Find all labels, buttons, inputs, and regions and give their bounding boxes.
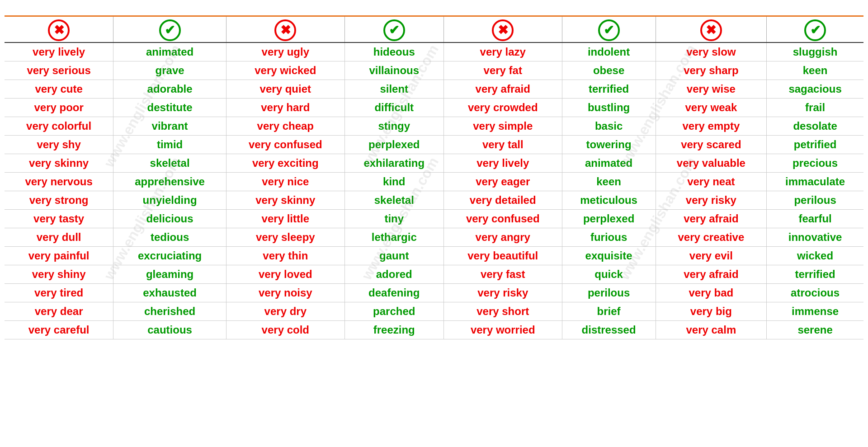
cell-r7-c3: kind <box>344 173 443 191</box>
cell-r13-c6: very bad <box>656 284 767 302</box>
cell-r8-c6: very risky <box>656 191 767 210</box>
cell-r15-c7: serene <box>767 321 863 339</box>
check-icon: ✔ <box>383 19 405 41</box>
cell-r6-c3: exhilarating <box>344 154 443 173</box>
cell-r12-c1: gleaming <box>113 265 226 284</box>
cell-r12-c5: quick <box>562 265 656 284</box>
table-row: very livelyanimatedvery uglyhideousvery … <box>5 42 863 61</box>
cell-r4-c2: very cheap <box>226 117 344 136</box>
header-col-2: ✖ <box>226 17 344 42</box>
cell-r7-c1: apprehensive <box>113 173 226 191</box>
cell-r12-c0: very shiny <box>5 265 113 284</box>
cell-r15-c1: cautious <box>113 321 226 339</box>
header-col-1: ✔ <box>113 17 226 42</box>
cell-r9-c6: very afraid <box>656 210 767 228</box>
header-col-7: ✔ <box>767 17 863 42</box>
cell-r2-c1: adorable <box>113 80 226 99</box>
cell-r13-c7: atrocious <box>767 284 863 302</box>
cell-r5-c4: very tall <box>443 136 562 154</box>
cell-r1-c1: grave <box>113 61 226 80</box>
cell-r13-c4: very risky <box>443 284 562 302</box>
cell-r6-c6: very valuable <box>656 154 767 173</box>
cell-r0-c1: animated <box>113 42 226 61</box>
check-icon: ✔ <box>598 19 620 41</box>
cell-r6-c2: very exciting <box>226 154 344 173</box>
cell-r1-c6: very sharp <box>656 61 767 80</box>
cell-r3-c0: very poor <box>5 99 113 117</box>
header-col-6: ✖ <box>656 17 767 42</box>
cell-r5-c5: towering <box>562 136 656 154</box>
cell-r4-c1: vibrant <box>113 117 226 136</box>
cell-r4-c6: very empty <box>656 117 767 136</box>
cell-r13-c0: very tired <box>5 284 113 302</box>
cell-r4-c3: stingy <box>344 117 443 136</box>
table-row: very seriousgravevery wickedvillainousve… <box>5 61 863 80</box>
cell-r11-c5: exquisite <box>562 247 656 265</box>
x-icon: ✖ <box>48 19 70 41</box>
table-row: very shytimidvery confusedperplexedvery … <box>5 136 863 154</box>
cell-r3-c1: destitute <box>113 99 226 117</box>
cell-r4-c7: desolate <box>767 117 863 136</box>
x-icon: ✖ <box>492 19 514 41</box>
cell-r7-c0: very nervous <box>5 173 113 191</box>
cell-r10-c0: very dull <box>5 228 113 247</box>
cell-r8-c4: very detailed <box>443 191 562 210</box>
cell-r10-c5: furious <box>562 228 656 247</box>
cell-r2-c6: very wise <box>656 80 767 99</box>
cell-r3-c3: difficult <box>344 99 443 117</box>
table-row: very colorfulvibrantvery cheapstingyvery… <box>5 117 863 136</box>
cell-r11-c2: very thin <box>226 247 344 265</box>
cell-r0-c4: very lazy <box>443 42 562 61</box>
cell-r11-c4: very beautiful <box>443 247 562 265</box>
table-row: very skinnyskeletalvery excitingexhilara… <box>5 154 863 173</box>
cell-r5-c6: very scared <box>656 136 767 154</box>
cell-r3-c2: very hard <box>226 99 344 117</box>
cell-r0-c2: very ugly <box>226 42 344 61</box>
cell-r10-c2: very sleepy <box>226 228 344 247</box>
cell-r5-c3: perplexed <box>344 136 443 154</box>
cell-r14-c0: very dear <box>5 302 113 321</box>
cell-r4-c5: basic <box>562 117 656 136</box>
cell-r6-c5: animated <box>562 154 656 173</box>
cell-r1-c5: obese <box>562 61 656 80</box>
main-table: ✖✔✖✔✖✔✖✔ very livelyanimatedvery uglyhid… <box>5 17 863 339</box>
cell-r8-c2: very skinny <box>226 191 344 210</box>
cell-r9-c0: very tasty <box>5 210 113 228</box>
table-row: very poordestitutevery harddifficultvery… <box>5 99 863 117</box>
cell-r14-c7: immense <box>767 302 863 321</box>
cell-r3-c4: very crowded <box>443 99 562 117</box>
cell-r9-c2: very little <box>226 210 344 228</box>
cell-r15-c0: very careful <box>5 321 113 339</box>
cell-r12-c7: terrified <box>767 265 863 284</box>
cell-r11-c7: wicked <box>767 247 863 265</box>
cell-r7-c4: very eager <box>443 173 562 191</box>
cell-r5-c2: very confused <box>226 136 344 154</box>
cell-r9-c4: very confused <box>443 210 562 228</box>
cell-r14-c3: parched <box>344 302 443 321</box>
header-col-5: ✔ <box>562 17 656 42</box>
cell-r15-c4: very worried <box>443 321 562 339</box>
cell-r6-c1: skeletal <box>113 154 226 173</box>
cell-r12-c6: very afraid <box>656 265 767 284</box>
table-row: very strongunyieldingvery skinnyskeletal… <box>5 191 863 210</box>
cell-r9-c3: tiny <box>344 210 443 228</box>
cell-r1-c7: keen <box>767 61 863 80</box>
table-row: very shinygleamingvery lovedadoredvery f… <box>5 265 863 284</box>
cell-r2-c7: sagacious <box>767 80 863 99</box>
cell-r15-c2: very cold <box>226 321 344 339</box>
cell-r15-c6: very calm <box>656 321 767 339</box>
cell-r9-c7: fearful <box>767 210 863 228</box>
header-col-4: ✖ <box>443 17 562 42</box>
cell-r2-c4: very afraid <box>443 80 562 99</box>
header-col-3: ✔ <box>344 17 443 42</box>
cell-r2-c3: silent <box>344 80 443 99</box>
cell-r0-c0: very lively <box>5 42 113 61</box>
cell-r11-c1: excruciating <box>113 247 226 265</box>
cell-r4-c4: very simple <box>443 117 562 136</box>
cell-r0-c7: sluggish <box>767 42 863 61</box>
cell-r14-c5: brief <box>562 302 656 321</box>
cell-r0-c6: very slow <box>656 42 767 61</box>
cell-r15-c5: distressed <box>562 321 656 339</box>
table-row: very cuteadorablevery quietsilentvery af… <box>5 80 863 99</box>
cell-r13-c3: deafening <box>344 284 443 302</box>
